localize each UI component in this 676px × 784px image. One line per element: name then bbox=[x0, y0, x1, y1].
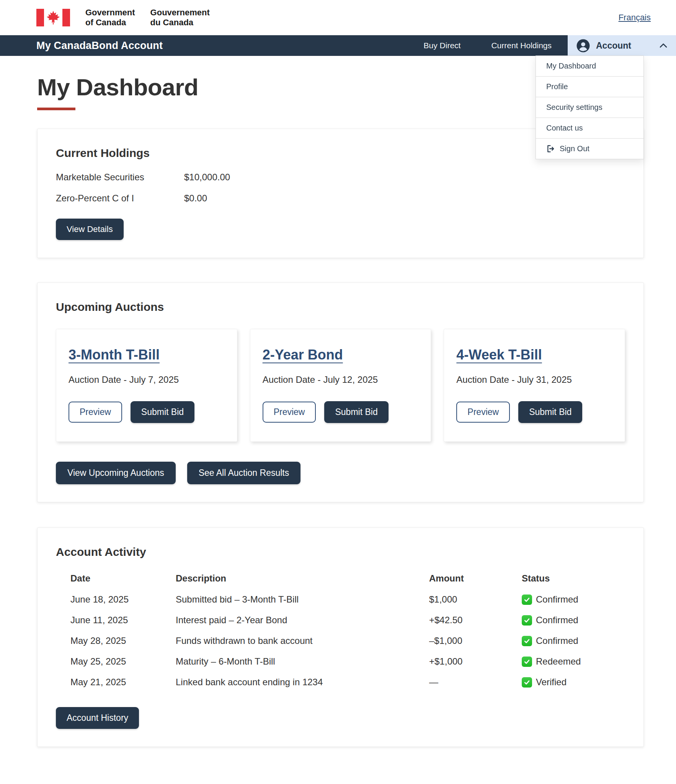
menu-item-label: Security settings bbox=[546, 103, 603, 112]
preview-button[interactable]: Preview bbox=[69, 402, 122, 423]
menu-item-security-settings[interactable]: Security settings bbox=[536, 97, 644, 118]
holding-label: Marketable Securities bbox=[56, 172, 184, 183]
menu-item-profile[interactable]: Profile bbox=[536, 76, 644, 97]
preview-button[interactable]: Preview bbox=[456, 402, 510, 423]
cell-status: Confirmed bbox=[522, 635, 625, 646]
cell-description: Maturity – 6-Month T-Bill bbox=[176, 656, 429, 667]
holdings-rows: Marketable Securities $10,000.00 Zero-Pe… bbox=[56, 172, 625, 204]
holdings-row: Marketable Securities $10,000.00 bbox=[56, 172, 625, 183]
column-header-amount: Amount bbox=[429, 573, 522, 584]
submit-bid-button[interactable]: Submit Bid bbox=[518, 401, 582, 423]
cell-date: June 11, 2025 bbox=[70, 615, 176, 626]
status-label: Confirmed bbox=[536, 615, 578, 626]
auctions-section-actions: View Upcoming Auctions See All Auction R… bbox=[56, 462, 625, 484]
auction-actions: Preview Submit Bid bbox=[456, 401, 612, 423]
cell-amount: –$1,000 bbox=[429, 635, 522, 646]
menu-item-contact-us[interactable]: Contact us bbox=[536, 118, 644, 139]
cell-status: Confirmed bbox=[522, 594, 625, 605]
table-row: May 25, 2025 Maturity – 6-Month T-Bill +… bbox=[70, 651, 625, 672]
cell-description: Submitted bid – 3-Month T-Bill bbox=[176, 594, 429, 605]
cell-amount: — bbox=[429, 677, 522, 688]
auction-card-2-year-bond: 2-Year Bond Auction Date - July 12, 2025… bbox=[250, 329, 431, 442]
see-all-auction-results-button[interactable]: See All Auction Results bbox=[187, 462, 301, 484]
table-row: May 21, 2025 Linked bank account ending … bbox=[70, 672, 625, 693]
user-icon bbox=[576, 39, 590, 53]
auction-card-3-month-t-bill: 3-Month T-Bill Auction Date - July 7, 20… bbox=[56, 329, 237, 442]
menu-item-my-dashboard[interactable]: My Dashboard bbox=[536, 56, 644, 77]
cell-date: May 21, 2025 bbox=[70, 677, 176, 688]
chevron-up-icon bbox=[659, 42, 668, 49]
cell-amount: +$42.50 bbox=[429, 615, 522, 626]
holding-label: Zero-Percent C of I bbox=[56, 193, 184, 204]
title-accent-bar bbox=[37, 108, 75, 110]
cell-date: May 25, 2025 bbox=[70, 656, 176, 667]
account-menu-label: Account bbox=[596, 41, 631, 51]
check-icon bbox=[522, 615, 532, 626]
menu-item-sign-out[interactable]: Sign Out bbox=[536, 138, 644, 159]
account-history-button[interactable]: Account History bbox=[56, 707, 139, 729]
status-label: Confirmed bbox=[536, 635, 578, 646]
check-icon bbox=[522, 636, 532, 646]
wordmark-english: Government of Canada bbox=[85, 8, 135, 28]
holding-value: $0.00 bbox=[184, 193, 625, 204]
account-activity-card: Account Activity Date Description Amount… bbox=[37, 528, 644, 747]
menu-item-label: Sign Out bbox=[560, 144, 589, 153]
cell-date: May 28, 2025 bbox=[70, 635, 176, 646]
table-row: June 11, 2025 Interest paid – 2-Year Bon… bbox=[70, 610, 625, 630]
nav-links: Buy Direct Current Holdings bbox=[424, 41, 552, 50]
auction-actions: Preview Submit Bid bbox=[263, 401, 419, 423]
account-activity-table: Date Description Amount Status June 18, … bbox=[70, 569, 625, 693]
column-header-date: Date bbox=[70, 573, 176, 584]
sign-out-icon bbox=[546, 144, 555, 153]
main-content: My Dashboard Current Holdings Marketable… bbox=[37, 74, 644, 771]
cell-amount: +$1,000 bbox=[429, 656, 522, 667]
holdings-row: Zero-Percent C of I $0.00 bbox=[56, 193, 625, 204]
view-upcoming-auctions-button[interactable]: View Upcoming Auctions bbox=[56, 462, 176, 484]
check-icon bbox=[522, 595, 532, 605]
auction-date: Auction Date - July 12, 2025 bbox=[263, 374, 419, 385]
auction-card-4-week-t-bill: 4-Week T-Bill Auction Date - July 31, 20… bbox=[444, 329, 625, 442]
column-header-description: Description bbox=[176, 573, 429, 584]
menu-item-label: Profile bbox=[546, 82, 568, 91]
holding-value: $10,000.00 bbox=[184, 172, 625, 183]
cell-date: June 18, 2025 bbox=[70, 594, 176, 605]
wordmark-french: Gouvernement du Canada bbox=[150, 8, 210, 28]
upcoming-auctions-title: Upcoming Auctions bbox=[56, 301, 625, 314]
account-activity-title: Account Activity bbox=[56, 546, 625, 559]
auction-date: Auction Date - July 31, 2025 bbox=[456, 374, 612, 385]
table-row: June 18, 2025 Submitted bid – 3-Month T-… bbox=[70, 589, 625, 610]
government-signature: Government of Canada Gouvernement du Can… bbox=[36, 8, 210, 28]
auction-cards-row: 3-Month T-Bill Auction Date - July 7, 20… bbox=[56, 329, 625, 442]
check-icon bbox=[522, 677, 532, 688]
cell-status: Confirmed bbox=[522, 615, 625, 626]
check-icon bbox=[522, 657, 532, 667]
auction-title-link[interactable]: 4-Week T-Bill bbox=[456, 347, 542, 363]
cell-description: Interest paid – 2-Year Bond bbox=[176, 615, 429, 626]
preview-button[interactable]: Preview bbox=[263, 402, 316, 423]
auction-actions: Preview Submit Bid bbox=[69, 401, 225, 423]
auction-title-link[interactable]: 3-Month T-Bill bbox=[69, 347, 160, 363]
status-label: Confirmed bbox=[536, 594, 578, 605]
view-details-button[interactable]: View Details bbox=[56, 219, 124, 240]
column-header-status: Status bbox=[522, 573, 625, 584]
auction-date: Auction Date - July 7, 2025 bbox=[69, 374, 225, 385]
nav-item-buy-direct[interactable]: Buy Direct bbox=[424, 41, 461, 50]
nav-item-current-holdings[interactable]: Current Holdings bbox=[491, 41, 552, 50]
menu-item-label: My Dashboard bbox=[546, 62, 596, 70]
submit-bid-button[interactable]: Submit Bid bbox=[324, 401, 388, 423]
cell-description: Linked bank account ending in 1234 bbox=[176, 677, 429, 688]
account-menu-button[interactable]: Account bbox=[568, 35, 676, 56]
submit-bid-button[interactable]: Submit Bid bbox=[131, 401, 194, 423]
status-label: Redeemed bbox=[536, 656, 581, 667]
menu-item-label: Contact us bbox=[546, 124, 583, 132]
account-dropdown-menu: My Dashboard Profile Security settings C… bbox=[536, 56, 644, 159]
cell-description: Funds withdrawn to bank account bbox=[176, 635, 429, 646]
upcoming-auctions-card: Upcoming Auctions 3-Month T-Bill Auction… bbox=[37, 283, 644, 502]
cell-status: Redeemed bbox=[522, 656, 625, 667]
auction-title-link[interactable]: 2-Year Bond bbox=[263, 347, 343, 363]
language-toggle-link[interactable]: Français bbox=[619, 13, 651, 23]
cell-amount: $1,000 bbox=[429, 594, 522, 605]
table-header-row: Date Description Amount Status bbox=[70, 569, 625, 589]
status-label: Verified bbox=[536, 677, 567, 688]
app-title: My CanadaBond Account bbox=[36, 40, 163, 52]
